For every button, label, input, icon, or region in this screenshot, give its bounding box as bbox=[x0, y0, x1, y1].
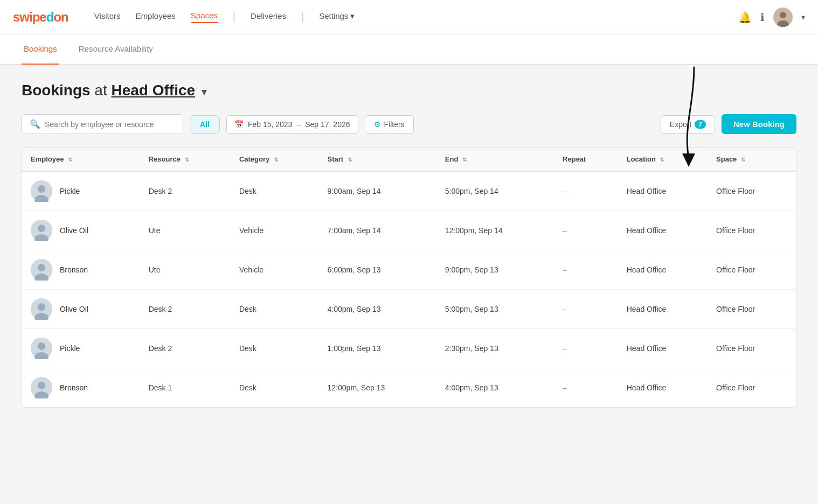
cell-category-2: Vehicle bbox=[231, 250, 319, 290]
cell-resource-5: Desk 1 bbox=[140, 368, 231, 408]
cell-end-1: 12:00pm, Sep 14 bbox=[436, 211, 554, 250]
col-end[interactable]: End ⇅ bbox=[436, 148, 554, 171]
cell-start-0: 9:00am, Sep 14 bbox=[319, 171, 436, 211]
toolbar: 🔍 All 📅 Feb 15, 2023 – Sep 17, 2026 ⚙ Fi… bbox=[22, 114, 796, 134]
cell-category-5: Desk bbox=[231, 368, 319, 408]
main-content: Bookings at Head Office ▾ 🔍 All 📅 Feb 15… bbox=[0, 65, 818, 425]
cell-category-0: Desk bbox=[231, 171, 319, 211]
svg-point-17 bbox=[38, 342, 45, 350]
col-resource[interactable]: Resource ⇅ bbox=[140, 148, 231, 171]
chevron-down-icon: ▾ bbox=[350, 11, 355, 21]
cell-resource-1: Ute bbox=[140, 211, 231, 250]
nav-deliveries[interactable]: Deliveries bbox=[251, 11, 286, 23]
date-dash: – bbox=[296, 120, 301, 129]
cell-space-3: Office Floor bbox=[708, 290, 796, 329]
nav-employees[interactable]: Employees bbox=[136, 11, 176, 23]
avatar-chevron-icon[interactable]: ▾ bbox=[801, 13, 805, 22]
export-button[interactable]: Export 7 bbox=[661, 115, 715, 134]
filter-tabs: All bbox=[190, 115, 220, 134]
date-start: Feb 15, 2023 bbox=[248, 120, 293, 129]
avatar[interactable] bbox=[773, 8, 793, 27]
table-row[interactable]: Pickle Desk 2 Desk 1:00pm, Sep 13 2:30pm… bbox=[22, 329, 796, 368]
svg-point-5 bbox=[38, 185, 45, 193]
cell-employee-4: Pickle bbox=[22, 329, 140, 368]
table-row[interactable]: Olive Oil Ute Vehicle 7:00am, Sep 14 12:… bbox=[22, 211, 796, 250]
cell-space-4: Office Floor bbox=[708, 329, 796, 368]
employee-name-1: Olive Oil bbox=[60, 226, 88, 235]
cell-location-2: Head Office bbox=[618, 250, 708, 290]
cell-start-5: 12:00pm, Sep 13 bbox=[319, 368, 436, 408]
col-location[interactable]: Location ⇅ bbox=[618, 148, 708, 171]
nav-separator-1: | bbox=[233, 11, 235, 23]
cell-repeat-4: – bbox=[554, 329, 618, 368]
cell-start-1: 7:00am, Sep 14 bbox=[319, 211, 436, 250]
employee-avatar-0 bbox=[31, 180, 52, 202]
nav-links: Visitors Employees Spaces | Deliveries |… bbox=[94, 11, 355, 23]
col-employee[interactable]: Employee ⇅ bbox=[22, 148, 140, 171]
tabs-bar: Bookings Resource Availability bbox=[0, 34, 818, 65]
cell-end-3: 5:00pm, Sep 13 bbox=[436, 290, 554, 329]
cell-resource-3: Desk 2 bbox=[140, 290, 231, 329]
page-header: Bookings at Head Office ▾ bbox=[22, 82, 796, 99]
cell-space-1: Office Floor bbox=[708, 211, 796, 250]
notification-icon[interactable]: 🔔 bbox=[738, 11, 752, 24]
cell-location-1: Head Office bbox=[618, 211, 708, 250]
filters-button[interactable]: ⚙ Filters bbox=[365, 115, 414, 134]
employee-avatar-1 bbox=[31, 220, 52, 241]
nav-separator-2: | bbox=[301, 11, 304, 23]
logo[interactable]: swipedon bbox=[13, 10, 68, 25]
employee-name-5: Bronson bbox=[60, 383, 88, 392]
table-row[interactable]: Bronson Ute Vehicle 6:00pm, Sep 13 9:00p… bbox=[22, 250, 796, 290]
table-row[interactable]: Olive Oil Desk 2 Desk 4:00pm, Sep 13 5:0… bbox=[22, 290, 796, 329]
tab-resource-availability[interactable]: Resource Availability bbox=[77, 34, 155, 65]
employee-avatar-3 bbox=[31, 298, 52, 320]
employee-name-3: Olive Oil bbox=[60, 305, 88, 313]
filter-tab-all[interactable]: All bbox=[190, 116, 219, 133]
svg-point-20 bbox=[38, 382, 45, 389]
table-row[interactable]: Pickle Desk 2 Desk 9:00am, Sep 14 5:00pm… bbox=[22, 171, 796, 211]
cell-end-4: 2:30pm, Sep 13 bbox=[436, 329, 554, 368]
cell-resource-0: Desk 2 bbox=[140, 171, 231, 211]
cell-location-0: Head Office bbox=[618, 171, 708, 211]
search-box: 🔍 bbox=[22, 114, 183, 134]
navbar: swipedon Visitors Employees Spaces | Del… bbox=[0, 0, 818, 34]
cell-space-2: Office Floor bbox=[708, 250, 796, 290]
info-icon[interactable]: ℹ bbox=[760, 11, 765, 24]
nav-spaces[interactable]: Spaces bbox=[191, 11, 218, 23]
table-row[interactable]: Bronson Desk 1 Desk 12:00pm, Sep 13 4:00… bbox=[22, 368, 796, 408]
cell-end-0: 5:00pm, Sep 14 bbox=[436, 171, 554, 211]
col-start[interactable]: Start ⇅ bbox=[319, 148, 436, 171]
employee-avatar-2 bbox=[31, 259, 52, 281]
bookings-table: Employee ⇅ Resource ⇅ Category ⇅ Start ⇅… bbox=[22, 147, 796, 408]
location-dropdown-icon[interactable]: ▾ bbox=[202, 87, 206, 97]
employee-name-0: Pickle bbox=[60, 187, 80, 195]
cell-location-5: Head Office bbox=[618, 368, 708, 408]
cell-category-1: Vehicle bbox=[231, 211, 319, 250]
cell-repeat-5: – bbox=[554, 368, 618, 408]
nav-settings[interactable]: Settings ▾ bbox=[319, 11, 355, 23]
cell-resource-2: Ute bbox=[140, 250, 231, 290]
cell-employee-1: Olive Oil bbox=[22, 211, 140, 250]
cell-space-0: Office Floor bbox=[708, 171, 796, 211]
svg-point-8 bbox=[38, 225, 45, 232]
cell-location-4: Head Office bbox=[618, 329, 708, 368]
tab-bookings[interactable]: Bookings bbox=[22, 34, 59, 65]
cell-category-4: Desk bbox=[231, 329, 319, 368]
svg-point-14 bbox=[38, 303, 45, 311]
cell-repeat-2: – bbox=[554, 250, 618, 290]
cell-end-2: 9:00pm, Sep 13 bbox=[436, 250, 554, 290]
search-input[interactable] bbox=[45, 120, 175, 129]
col-repeat: Repeat bbox=[554, 148, 618, 171]
date-range-picker[interactable]: 📅 Feb 15, 2023 – Sep 17, 2026 bbox=[226, 115, 358, 134]
col-category[interactable]: Category ⇅ bbox=[231, 148, 319, 171]
cell-repeat-0: – bbox=[554, 171, 618, 211]
employee-avatar-4 bbox=[31, 338, 52, 359]
col-space[interactable]: Space ⇅ bbox=[708, 148, 796, 171]
calendar-icon: 📅 bbox=[234, 120, 244, 129]
employee-name-2: Bronson bbox=[60, 265, 88, 274]
cell-repeat-3: – bbox=[554, 290, 618, 329]
nav-visitors[interactable]: Visitors bbox=[94, 11, 121, 23]
new-booking-button[interactable]: New Booking bbox=[722, 114, 796, 134]
employee-name-4: Pickle bbox=[60, 344, 80, 353]
date-end: Sep 17, 2026 bbox=[305, 120, 350, 129]
